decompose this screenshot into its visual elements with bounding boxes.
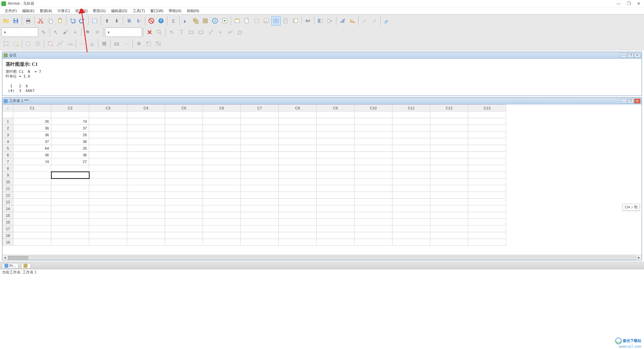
cell[interactable] xyxy=(51,226,89,232)
cell[interactable] xyxy=(468,192,506,199)
column-name-cell[interactable] xyxy=(241,111,279,118)
column-name-cell[interactable] xyxy=(51,111,89,118)
cell[interactable] xyxy=(203,125,241,132)
cell[interactable] xyxy=(241,145,279,152)
report-icon[interactable] xyxy=(281,16,290,26)
cell[interactable] xyxy=(89,205,127,212)
cell[interactable] xyxy=(89,125,127,132)
cell[interactable] xyxy=(355,226,392,232)
cell[interactable] xyxy=(51,232,89,239)
cell[interactable] xyxy=(241,212,279,219)
cell[interactable] xyxy=(317,165,355,172)
column-name-cell[interactable] xyxy=(203,111,241,118)
cell[interactable] xyxy=(51,179,89,185)
cell[interactable] xyxy=(468,145,506,152)
column-header[interactable]: C3 xyxy=(89,105,127,111)
copy-icon[interactable] xyxy=(46,16,55,26)
cell[interactable] xyxy=(392,145,430,152)
cell[interactable] xyxy=(89,199,127,205)
cell[interactable] xyxy=(430,226,468,232)
cell[interactable] xyxy=(279,219,317,226)
cell[interactable] xyxy=(317,179,355,185)
cell[interactable] xyxy=(165,179,203,185)
close-button[interactable]: ✕ xyxy=(637,1,641,6)
ellipse-icon[interactable] xyxy=(196,28,206,37)
column-name-cell[interactable] xyxy=(165,111,203,118)
cell[interactable] xyxy=(317,212,355,219)
cell[interactable] xyxy=(355,152,392,158)
cell[interactable]: 37 xyxy=(13,138,51,145)
help-icon[interactable]: ? xyxy=(156,16,166,26)
column-name-cell[interactable] xyxy=(127,111,165,118)
cell[interactable]: 26 xyxy=(13,118,51,125)
up-arrow-icon[interactable] xyxy=(102,16,112,26)
cell[interactable]: 36 xyxy=(13,152,51,158)
cell[interactable]: 36 xyxy=(51,138,89,145)
cell[interactable] xyxy=(51,205,89,212)
cell[interactable] xyxy=(89,219,127,226)
cell[interactable] xyxy=(317,125,355,132)
cell[interactable] xyxy=(89,226,127,232)
cell[interactable] xyxy=(392,205,430,212)
cell[interactable] xyxy=(165,199,203,205)
cell[interactable] xyxy=(165,219,203,226)
zoom-icon[interactable] xyxy=(155,28,164,37)
cell[interactable] xyxy=(317,219,355,226)
cancel-icon[interactable] xyxy=(147,16,156,26)
cell[interactable] xyxy=(127,185,165,192)
cell[interactable] xyxy=(127,226,165,232)
cell[interactable] xyxy=(203,158,241,165)
cell[interactable] xyxy=(355,118,392,125)
cell[interactable] xyxy=(165,132,203,138)
cell[interactable] xyxy=(165,172,203,179)
cell[interactable] xyxy=(279,199,317,205)
redo-icon[interactable] xyxy=(77,16,87,26)
cell[interactable] xyxy=(13,226,51,232)
column-header[interactable]: C7 xyxy=(241,105,279,111)
line-icon[interactable] xyxy=(206,28,215,37)
cell[interactable] xyxy=(51,172,89,179)
cell[interactable] xyxy=(392,232,430,239)
cell[interactable] xyxy=(13,239,51,246)
brush-icon[interactable] xyxy=(360,16,369,26)
cascade-icon[interactable] xyxy=(191,16,200,26)
cell[interactable] xyxy=(165,232,203,239)
cell[interactable] xyxy=(165,192,203,199)
cell[interactable] xyxy=(392,192,430,199)
cell[interactable] xyxy=(279,118,317,125)
cell[interactable] xyxy=(51,185,89,192)
row-number[interactable]: 15 xyxy=(3,212,13,219)
row-number[interactable]: 11 xyxy=(3,185,13,192)
column-name-cell[interactable] xyxy=(89,111,127,118)
row-number[interactable]: 9 xyxy=(3,172,13,179)
cell[interactable] xyxy=(241,125,279,132)
cell[interactable] xyxy=(317,138,355,145)
cell[interactable] xyxy=(89,179,127,185)
cell[interactable] xyxy=(203,165,241,172)
name-row-corner[interactable] xyxy=(3,111,13,118)
cell[interactable]: 36 xyxy=(13,132,51,138)
worksheet-max-button[interactable]: ❐ xyxy=(628,99,634,103)
cell[interactable] xyxy=(203,145,241,152)
cell[interactable] xyxy=(468,205,506,212)
cell[interactable] xyxy=(355,138,392,145)
cell[interactable] xyxy=(355,125,392,132)
marker-icon[interactable] xyxy=(216,28,225,37)
cell[interactable] xyxy=(430,239,468,246)
cell[interactable]: 37 xyxy=(51,125,89,132)
cell[interactable] xyxy=(13,232,51,239)
cell[interactable] xyxy=(392,226,430,232)
cell[interactable] xyxy=(127,212,165,219)
cell[interactable] xyxy=(89,212,127,219)
cell[interactable] xyxy=(468,172,506,179)
sixsigma-icon[interactable] xyxy=(181,16,191,26)
cell[interactable] xyxy=(355,132,392,138)
cell[interactable] xyxy=(468,232,506,239)
sigma-icon[interactable]: Σ xyxy=(169,16,178,26)
cell[interactable] xyxy=(165,158,203,165)
crop2-icon[interactable] xyxy=(11,39,20,48)
layout2-icon[interactable] xyxy=(154,39,163,48)
column-header[interactable]: C9 xyxy=(317,105,355,111)
cell[interactable] xyxy=(51,239,89,246)
menu-window[interactable]: 窗口(W) xyxy=(148,8,166,13)
